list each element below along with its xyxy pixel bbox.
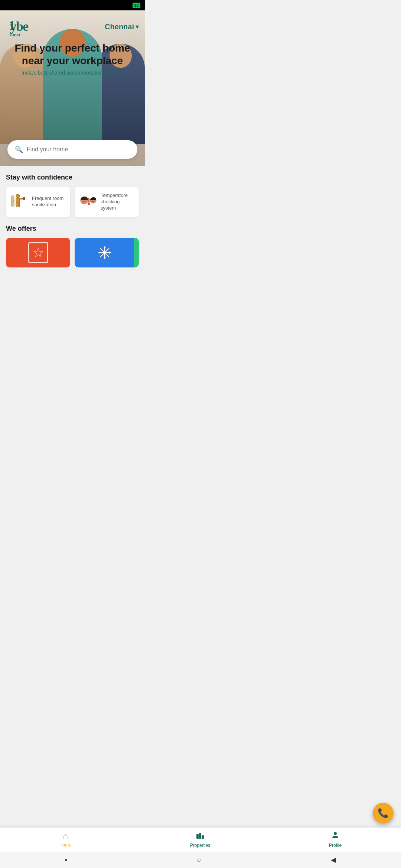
- arrows-icon: [97, 245, 112, 260]
- svg-point-13: [26, 199, 27, 200]
- sanitization-card: Frequent room sanitization: [6, 187, 70, 217]
- temperature-card: Temperature checking system: [75, 187, 139, 217]
- search-container: 🔍: [7, 140, 137, 159]
- search-bar[interactable]: 🔍: [7, 140, 137, 159]
- svg-line-34: [105, 248, 109, 253]
- sanitization-icon: [10, 193, 28, 211]
- location-selector[interactable]: Chennai ▾: [105, 23, 139, 31]
- status-bar: 93: [0, 0, 145, 10]
- svg-text:YUBEI: YUBEI: [9, 33, 20, 37]
- hero-subtitle: India's best shared accommodation provid…: [7, 70, 137, 76]
- logo: ybe YUBEI We belong together 1: [6, 16, 39, 38]
- svg-rect-9: [23, 197, 25, 200]
- svg-line-35: [100, 253, 105, 257]
- offers-section-title: We offers: [6, 225, 139, 233]
- svg-marker-30: [98, 251, 100, 254]
- main-content: Stay with confidence: [0, 166, 145, 275]
- offer-card-options[interactable]: [75, 238, 134, 267]
- offers-grid: ☆: [6, 238, 139, 267]
- temperature-card-text: Temperature checking system: [101, 193, 134, 211]
- hero-section: ybe YUBEI We belong together 1 Chennai ▾…: [0, 10, 145, 166]
- svg-point-15: [13, 201, 14, 202]
- temperature-icon: [79, 193, 97, 211]
- svg-text:We belong together: We belong together: [9, 37, 26, 38]
- offer-card-featured[interactable]: ☆: [6, 238, 70, 267]
- location-text: Chennai: [105, 23, 134, 31]
- svg-point-12: [27, 198, 27, 199]
- hero-text: Find your perfect home near your workpla…: [0, 42, 145, 76]
- hero-title: Find your perfect home near your workpla…: [7, 42, 137, 67]
- svg-text:1: 1: [9, 18, 15, 33]
- battery-indicator: 93: [133, 3, 140, 8]
- confidence-section-title: Stay with confidence: [6, 174, 139, 181]
- offer-card-green-accent: [134, 238, 139, 267]
- svg-point-20: [88, 203, 90, 205]
- chevron-down-icon: ▾: [136, 23, 139, 31]
- svg-point-4: [16, 194, 20, 198]
- svg-marker-28: [104, 257, 106, 259]
- svg-point-10: [26, 197, 27, 198]
- svg-point-11: [26, 197, 27, 197]
- search-icon: 🔍: [15, 145, 23, 154]
- logo-svg: ybe YUBEI We belong together 1: [6, 16, 39, 38]
- sanitization-card-text: Frequent room sanitization: [32, 195, 66, 208]
- svg-line-36: [105, 253, 109, 257]
- svg-rect-7: [18, 203, 20, 207]
- hero-header: ybe YUBEI We belong together 1 Chennai ▾: [0, 10, 145, 38]
- svg-marker-32: [109, 251, 111, 254]
- star-icon: ☆: [28, 242, 48, 263]
- svg-rect-21: [88, 198, 89, 203]
- svg-rect-5: [16, 198, 20, 203]
- svg-rect-6: [16, 203, 17, 207]
- confidence-cards: Frequent room sanitization: [6, 187, 139, 217]
- search-input[interactable]: [27, 146, 130, 153]
- svg-marker-26: [104, 246, 106, 248]
- svg-line-33: [100, 248, 105, 253]
- offers-section: We offers ☆: [6, 225, 139, 267]
